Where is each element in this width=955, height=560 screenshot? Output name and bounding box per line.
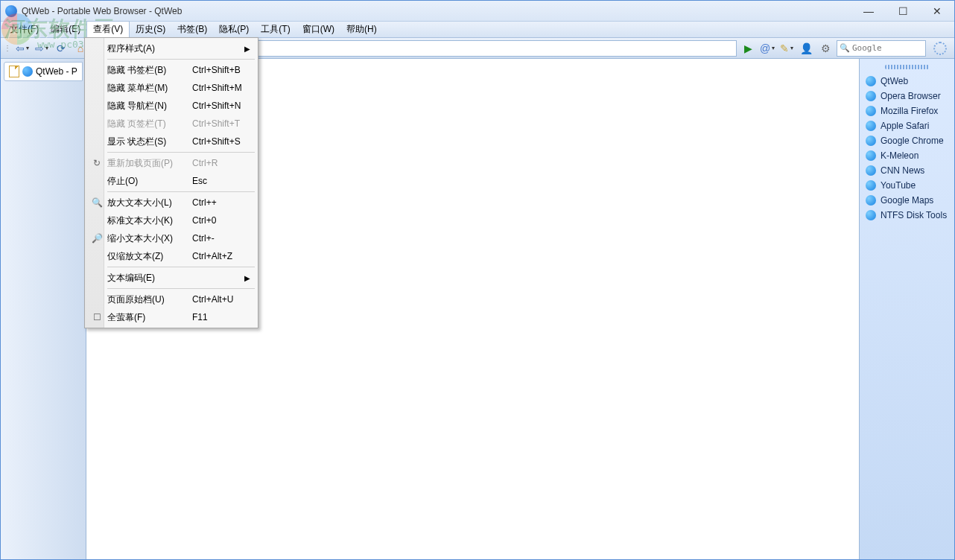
menu-item-label: 隐藏 导航栏(N) — [107, 100, 192, 112]
bookmark-label: NTFS Disk Tools — [881, 210, 947, 220]
menu-item-icon: 🔍 — [89, 197, 104, 208]
menu-item-label: 仅缩放文本(Z) — [107, 250, 192, 263]
bookmark-item[interactable]: Mozilla Firefox — [863, 104, 951, 118]
bookmark-label: Apple Safari — [881, 121, 929, 131]
forward-button[interactable]: ⇨ — [34, 40, 50, 57]
menu-8[interactable]: 帮助(H) — [340, 22, 383, 37]
menu-item-11[interactable]: 🔍放大文本大小(L)Ctrl++ — [86, 194, 256, 211]
menu-item-icon: ↻ — [89, 158, 104, 168]
submenu-arrow-icon: ▶ — [244, 274, 250, 282]
bookmark-item[interactable]: Apple Safari — [863, 118, 951, 133]
menu-7[interactable]: 窗口(W) — [296, 22, 340, 37]
bookmark-label: K-Meleon — [881, 150, 918, 161]
submenu-arrow-icon: ▶ — [244, 45, 250, 53]
globe-icon — [866, 76, 876, 86]
globe-icon — [866, 210, 876, 220]
titlebar: QtWeb - Portable Web Browser - QtWeb — ☐… — [1, 1, 954, 22]
menu-item-label: 缩小文本大小(X) — [107, 232, 192, 245]
menu-2[interactable]: 查看(V) — [86, 21, 130, 38]
globe-icon — [866, 136, 876, 146]
bookmark-item[interactable]: YouTube — [863, 178, 951, 193]
tab-strip: QtWeb - P — [1, 59, 86, 559]
menu-item-label: 重新加载页面(P) — [107, 157, 192, 170]
menu-4[interactable]: 书签(B) — [171, 22, 213, 37]
menu-item-label: 全萤幕(F) — [107, 311, 192, 324]
menu-item-accel: Ctrl+Shift+S — [192, 136, 256, 147]
menu-separator — [107, 267, 255, 267]
menu-item-0[interactable]: 程序样式(A)▶ — [86, 39, 256, 57]
globe-icon — [866, 150, 876, 161]
compat-button[interactable]: @ — [759, 40, 775, 57]
tab-qtweb[interactable]: QtWeb - P — [4, 62, 83, 81]
menu-item-6[interactable]: 显示 状态栏(S)Ctrl+Shift+S — [86, 133, 256, 150]
page-icon — [9, 66, 19, 77]
menu-6[interactable]: 工具(T) — [255, 22, 296, 37]
menu-3[interactable]: 历史(S) — [130, 22, 171, 37]
close-button[interactable]: ✕ — [920, 1, 954, 21]
menu-item-label: 程序样式(A) — [107, 42, 192, 55]
menu-item-13[interactable]: 🔎缩小文本大小(X)Ctrl+- — [86, 229, 256, 247]
wand-button[interactable]: ✎ — [778, 40, 795, 57]
menu-item-16[interactable]: 文本编码(E)▶ — [86, 269, 256, 287]
maximize-button[interactable]: ☐ — [886, 1, 920, 21]
menu-item-label: 放大文本大小(L) — [107, 197, 192, 209]
globe-icon — [866, 195, 876, 206]
menu-separator — [107, 191, 255, 192]
menu-item-label: 标准文本大小(K) — [107, 214, 192, 227]
globe-icon — [866, 91, 876, 101]
bookmark-item[interactable]: CNN News — [863, 163, 951, 178]
bookmark-label: YouTube — [881, 180, 916, 191]
menu-item-accel: Ctrl+Alt+Z — [192, 251, 256, 261]
menu-item-2[interactable]: 隐藏 书签栏(B)Ctrl+Shift+B — [86, 61, 256, 79]
globe-icon — [866, 165, 876, 176]
menu-item-icon: ☐ — [89, 312, 104, 322]
go-button[interactable]: ▶ — [740, 40, 756, 57]
bookmark-item[interactable]: Opera Browser — [863, 89, 951, 104]
menu-item-18[interactable]: 页面原始档(U)Ctrl+Alt+U — [86, 290, 256, 308]
search-input[interactable] — [852, 43, 919, 53]
menu-item-9[interactable]: 停止(O)Esc — [86, 172, 256, 190]
menu-item-label: 隐藏 书签栏(B) — [107, 64, 192, 77]
menu-item-12[interactable]: 标准文本大小(K)Ctrl+0 — [86, 211, 256, 229]
menu-item-label: 隐藏 菜单栏(M) — [107, 82, 192, 95]
bookmark-item[interactable]: Google Maps — [863, 193, 951, 208]
menu-item-label: 文本编码(E) — [107, 272, 192, 284]
globe-icon — [866, 106, 876, 116]
menu-item-3[interactable]: 隐藏 菜单栏(M)Ctrl+Shift+M — [86, 79, 256, 97]
bookmark-item[interactable]: QtWeb — [863, 74, 951, 89]
bookmark-label: Google Chrome — [881, 136, 944, 146]
bookmark-item[interactable]: K-Meleon — [863, 148, 951, 163]
menu-item-14[interactable]: 仅缩放文本(Z)Ctrl+Alt+Z — [86, 247, 256, 265]
menubar: 文件(F)编辑(E)查看(V)历史(S)书签(B)隐私(P)工具(T)窗口(W)… — [1, 22, 954, 38]
menu-item-19[interactable]: ☐全萤幕(F)F11 — [86, 308, 256, 326]
bookmark-item[interactable]: NTFS Disk Tools — [863, 208, 951, 223]
menu-item-4[interactable]: 隐藏 导航栏(N)Ctrl+Shift+N — [86, 97, 256, 115]
bookmark-item[interactable]: Google Chrome — [863, 133, 951, 148]
globe-icon — [866, 121, 876, 131]
reload-button[interactable]: ⟳ — [53, 40, 69, 57]
search-box[interactable]: 🔍 — [837, 40, 926, 57]
globe-icon — [22, 66, 33, 77]
menu-item-8: ↻重新加载页面(P)Ctrl+R — [86, 154, 256, 172]
bookmark-label: Mozilla Firefox — [881, 106, 938, 116]
menu-item-accel: Ctrl+- — [192, 233, 256, 244]
menu-item-label: 显示 状态栏(S) — [107, 136, 192, 148]
menu-item-accel: Ctrl+Shift+T — [192, 118, 256, 129]
menu-item-icon: 🔎 — [89, 233, 104, 244]
settings-button[interactable]: ⚙ — [817, 40, 834, 57]
menu-1[interactable]: 编辑(E) — [45, 22, 86, 37]
menu-separator — [107, 152, 255, 153]
sidebar-grip[interactable] — [885, 65, 929, 69]
user-button[interactable]: 👤 — [798, 40, 814, 57]
menu-item-label: 停止(O) — [107, 175, 192, 188]
bookmarks-sidebar: QtWebOpera BrowserMozilla FirefoxApple S… — [859, 59, 954, 559]
throbber-icon — [933, 42, 947, 55]
menu-item-accel: Ctrl+R — [192, 158, 256, 168]
menu-separator — [107, 59, 255, 60]
menu-5[interactable]: 隐私(P) — [213, 22, 255, 37]
app-window: 河东软件园 www.pc0359.cn QtWeb - Portable Web… — [0, 0, 955, 560]
menu-item-label: 隐藏 页签栏(T) — [107, 118, 192, 130]
window-title: QtWeb - Portable Web Browser - QtWeb — [22, 6, 851, 16]
minimize-button[interactable]: — — [851, 1, 886, 21]
menu-item-accel: Ctrl++ — [192, 197, 256, 208]
